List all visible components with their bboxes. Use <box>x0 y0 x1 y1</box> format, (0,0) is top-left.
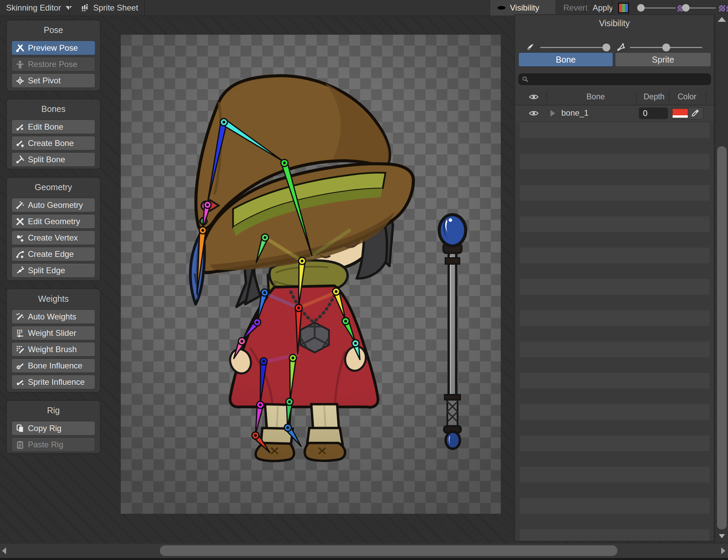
column-separator <box>636 92 637 102</box>
bone-arm-r-lower-joint-center <box>344 320 347 323</box>
button-label: Auto Geometry <box>28 200 83 210</box>
button-label: Create Vertex <box>28 233 78 243</box>
bone-leg-r-lower-joint-center <box>288 400 291 403</box>
scroll-up-arrow[interactable] <box>718 17 726 22</box>
bone-color-palette-swatch[interactable] <box>618 3 629 13</box>
bone-search-field[interactable] <box>518 73 711 85</box>
window-bottom-edge <box>0 558 728 560</box>
pose-panel-title: Pose <box>7 20 100 35</box>
slider-knob[interactable] <box>602 44 610 51</box>
button-label: Bone Influence <box>28 361 82 370</box>
create-bone-button[interactable]: Create Bone <box>12 136 95 150</box>
right-panel-scrollbar[interactable] <box>716 14 728 542</box>
eyedropper-icon[interactable] <box>690 109 700 118</box>
auto-geometry-button[interactable]: Auto Geometry <box>12 198 95 212</box>
toolbar-opacity-slider-1[interactable] <box>641 7 676 9</box>
bones-panel-title: Bones <box>7 99 100 114</box>
bone-opacity-slider[interactable] <box>540 47 608 48</box>
button-label: Set Pivot <box>28 76 61 85</box>
column-depth[interactable]: Depth <box>644 92 664 101</box>
pose-panel: Pose Preview Pose Restore Pose Set Pivot <box>6 20 101 91</box>
toolbar-separator <box>612 0 613 16</box>
column-color[interactable]: Color <box>678 92 696 101</box>
row-expander-icon[interactable] <box>550 110 555 117</box>
bone-foot-l-joint-center <box>254 434 257 437</box>
edit-bone-button[interactable]: Edit Bone <box>12 120 95 134</box>
bone-color-swatch[interactable] <box>672 109 688 118</box>
bone-neck-joint-center <box>301 260 303 262</box>
canvas-horizontal-scrollbar[interactable] <box>0 544 728 558</box>
set-pivot-button[interactable]: Set Pivot <box>12 73 95 88</box>
copy-rig-button[interactable]: Copy Rig <box>12 421 95 435</box>
tab-label: Bone <box>556 55 576 65</box>
split-bone-button[interactable]: Split Bone <box>12 152 95 167</box>
button-label: Paste Rig <box>28 440 63 449</box>
depth-value: 0 <box>643 109 647 118</box>
bone-hat-bead-joint-center <box>206 203 209 206</box>
preview-pose-button[interactable]: Preview Pose <box>12 41 95 55</box>
list-stripe <box>520 342 710 357</box>
edit-geometry-button[interactable]: Edit Geometry <box>12 214 95 229</box>
bone-table-header: Bone Depth Color <box>515 89 714 105</box>
split-edge-button[interactable]: Split Edge <box>12 263 95 278</box>
skinning-editor-dropdown[interactable]: Skinning Editor <box>0 0 78 16</box>
column-bone[interactable]: Bone <box>586 92 605 101</box>
button-label: Weight Slider <box>28 328 76 338</box>
bone-name[interactable]: bone_1 <box>561 108 589 118</box>
tab-bone[interactable]: Bone <box>518 52 613 67</box>
weight-brush-icon <box>15 345 25 354</box>
button-label: Edit Geometry <box>28 217 80 226</box>
bone-influence-button[interactable]: Bone Influence <box>12 359 95 373</box>
scroll-right-arrow[interactable] <box>721 547 725 554</box>
rig-panel: Rig Copy Rig Paste Rig <box>6 400 101 454</box>
bone-feather-joint-center <box>201 229 204 232</box>
slider-knob[interactable] <box>637 4 645 12</box>
toolbar-separator <box>585 0 586 16</box>
alpha-bar <box>673 115 688 118</box>
sprite-preview-icon <box>718 5 726 12</box>
bone-leg-r-upper-joint-center <box>292 357 294 359</box>
create-edge-button[interactable]: Create Edge <box>12 247 95 261</box>
tab-sprite[interactable]: Sprite <box>615 52 711 67</box>
search-input[interactable] <box>529 75 700 84</box>
depth-input[interactable]: 0 <box>639 108 668 119</box>
apply-button[interactable]: Apply <box>586 0 619 16</box>
paste-rig-button[interactable]: Paste Rig <box>12 438 95 452</box>
button-label: Weight Brush <box>28 345 77 354</box>
restore-pose-button[interactable]: Restore Pose <box>12 57 95 71</box>
weight-brush-button[interactable]: Weight Brush <box>12 342 95 357</box>
column-separator <box>546 92 547 102</box>
weights-panel-title: Weights <box>7 289 100 304</box>
slider-knob[interactable] <box>682 4 690 12</box>
copy-rig-icon <box>15 424 25 433</box>
scroll-down-arrow[interactable] <box>719 534 725 538</box>
tab-label: Sprite <box>652 55 674 65</box>
bone-influence-icon <box>15 361 25 370</box>
list-stripe <box>520 435 710 451</box>
sprite-opacity-slider[interactable] <box>630 47 702 48</box>
sprite-canvas[interactable] <box>121 35 501 514</box>
row-visibility-eye-icon[interactable] <box>529 108 539 118</box>
edit-bone-icon <box>15 122 25 132</box>
bone-table-row[interactable]: bone_1 0 <box>515 105 714 121</box>
button-label: Edit Bone <box>28 122 63 132</box>
vertical-scrollbar-thumb[interactable] <box>717 146 727 529</box>
horizontal-scrollbar-thumb[interactable] <box>160 545 617 556</box>
list-stripe <box>520 185 710 201</box>
scroll-left-arrow[interactable] <box>2 547 6 554</box>
column-separator <box>706 92 706 102</box>
bone-color-cell[interactable] <box>671 107 704 119</box>
toolbar-opacity-slider-2[interactable] <box>686 7 716 9</box>
create-vertex-button[interactable]: Create Vertex <box>12 231 95 245</box>
visibility-toggle-button[interactable]: Visibility <box>490 0 556 16</box>
swatch-green <box>622 4 625 12</box>
preview-pose-icon <box>15 43 25 53</box>
sprite-influence-button[interactable]: Sprite Influence <box>12 375 95 389</box>
auto-weights-button[interactable]: Auto Weights <box>12 310 95 324</box>
sprite-sheet-button[interactable]: Sprite Sheet <box>74 0 144 16</box>
color-value <box>673 109 688 115</box>
weight-slider-button[interactable]: Weight Slider <box>12 326 95 340</box>
slider-knob[interactable] <box>662 44 670 51</box>
bone-leg-l-upper-joint-center <box>262 360 265 363</box>
restore-pose-icon <box>15 60 25 69</box>
